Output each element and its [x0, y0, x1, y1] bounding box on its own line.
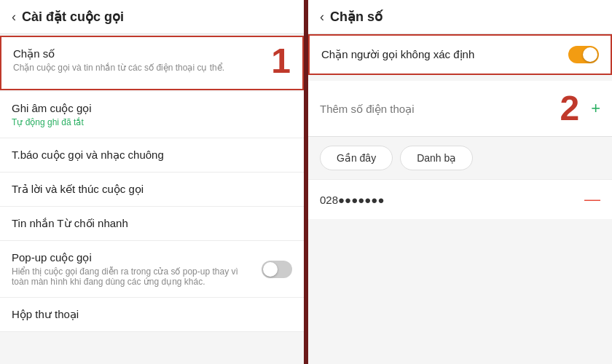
- tra-loi-item[interactable]: Trả lời và kết thúc cuộc gọi: [0, 173, 304, 207]
- filter-contacts-button[interactable]: Danh bạ: [400, 146, 473, 170]
- ghi-am-item[interactable]: Ghi âm cuộc gọi Tự động ghi đã tắt: [0, 92, 304, 138]
- remove-number-button[interactable]: —: [584, 190, 600, 209]
- ghi-am-subtitle: Tự động ghi đã tắt: [12, 117, 292, 127]
- left-panel-title: Cài đặt cuộc gọi: [22, 9, 124, 25]
- add-phone-badge: 2: [560, 91, 579, 126]
- tin-nhan-item[interactable]: Tin nhắn Từ chối nhanh: [0, 207, 304, 241]
- left-back-button[interactable]: ‹: [12, 9, 16, 25]
- right-panel: ‹ Chặn số Chặn người gọi không xác định …: [308, 0, 612, 364]
- chan-so-subtitle: Chặn cuộc gọi và tin nhắn từ các số điện…: [13, 63, 224, 73]
- tin-nhan-title: Tin nhắn Từ chối nhanh: [12, 217, 292, 230]
- right-panel-content: Chặn người gọi không xác định 2 + Gần đâ…: [308, 34, 612, 364]
- tbao-title: T.báo cuộc gọi và nhạc chuông: [12, 149, 292, 162]
- ghi-am-title: Ghi âm cuộc gọi: [12, 102, 292, 115]
- chan-so-badge: 1: [271, 44, 291, 79]
- popup-subtitle: Hiển thị cuộc gọi đang diễn ra trong cửa…: [12, 266, 254, 287]
- filter-recent-button[interactable]: Gần đây: [320, 146, 393, 170]
- filter-buttons-row: Gần đây Danh bạ: [308, 137, 612, 179]
- blocked-number-entry: 028●●●●●●● —: [308, 179, 612, 219]
- right-back-button[interactable]: ‹: [320, 9, 324, 25]
- block-unknown-item[interactable]: Chặn người gọi không xác định: [308, 34, 612, 75]
- right-panel-title: Chặn số: [330, 9, 382, 25]
- chan-so-item[interactable]: Chặn số Chặn cuộc gọi và tin nhắn từ các…: [0, 36, 304, 90]
- blocked-phone-number: 028●●●●●●●: [320, 194, 384, 206]
- add-phone-plus-button[interactable]: +: [591, 99, 600, 118]
- left-panel-content: Chặn số Chặn cuộc gọi và tin nhắn từ các…: [0, 34, 304, 364]
- left-panel: ‹ Cài đặt cuộc gọi Chặn số Chặn cuộc gọi…: [0, 0, 304, 364]
- popup-item[interactable]: Pop-up cuộc gọi Hiển thị cuộc gọi đang d…: [0, 241, 304, 298]
- add-phone-section: 2 +: [308, 81, 612, 137]
- block-unknown-toggle[interactable]: [568, 46, 599, 63]
- tbao-item[interactable]: T.báo cuộc gọi và nhạc chuông: [0, 138, 304, 173]
- left-panel-header: ‹ Cài đặt cuộc gọi: [0, 0, 304, 34]
- block-unknown-title: Chặn người gọi không xác định: [321, 48, 474, 61]
- chan-so-title: Chặn số: [13, 47, 224, 60]
- hop-thu-title: Hộp thư thoại: [12, 308, 292, 321]
- add-phone-input[interactable]: [320, 103, 560, 115]
- hop-thu-item[interactable]: Hộp thư thoại: [0, 298, 304, 332]
- popup-toggle[interactable]: [262, 261, 292, 278]
- tra-loi-title: Trả lời và kết thúc cuộc gọi: [12, 183, 292, 196]
- popup-title: Pop-up cuộc gọi: [12, 251, 254, 264]
- right-panel-header: ‹ Chặn số: [308, 0, 612, 34]
